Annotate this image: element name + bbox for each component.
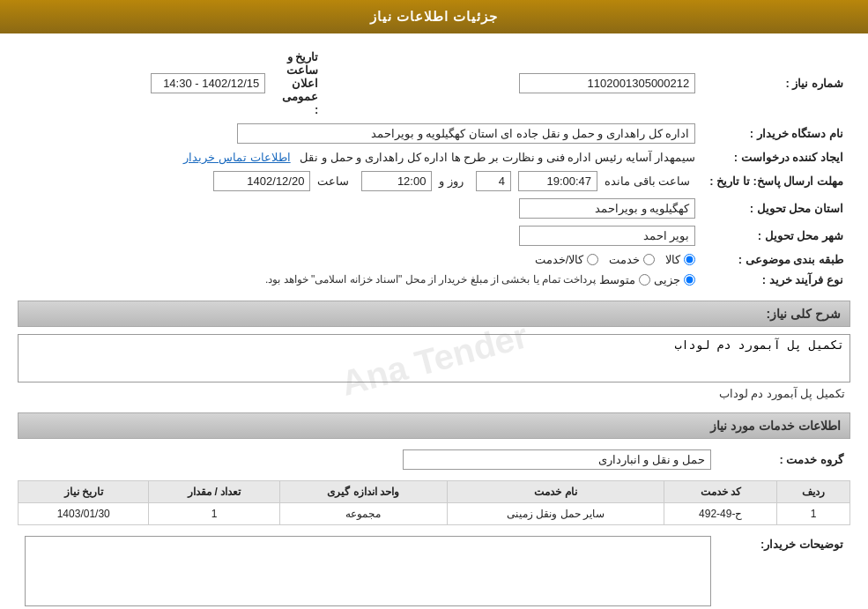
radio-khedmat-item: خدمت: [609, 253, 655, 266]
col-kod: کد خدمت: [664, 481, 777, 503]
tarikh-elan-cell: 1402/12/15 - 14:30: [18, 47, 272, 120]
main-content: شماره نیاز : 1102001305000212 تاریخ و سا…: [0, 33, 868, 609]
ijad-konande-label: ایجاد کننده درخواست :: [702, 147, 850, 167]
tabaqe-label: طبقه بندی موضوعی :: [702, 249, 850, 270]
roz-label: روز و: [439, 175, 464, 188]
page-header: جزئیات اطلاعات نیاز: [0, 0, 868, 33]
tabaqe-cell: کالا/خدمت خدمت کالا: [18, 249, 702, 270]
mande-label: ساعت باقی مانده: [605, 175, 690, 188]
tarikh-elan-label: تاریخ و ساعت اعلان عمومی :: [272, 47, 325, 120]
radio-motavasset-label: متوسط: [599, 273, 635, 286]
col-tarikh: تاریخ نیاز: [19, 481, 149, 503]
radio-jazzi[interactable]: [684, 274, 695, 286]
sharh-section-label: شرح کلی نیاز:: [767, 307, 841, 321]
col-name: نام خدمت: [447, 481, 664, 503]
tarikh-value: 1402/12/20: [213, 171, 310, 191]
gorooh-cell: حمل و نقل و انبارداری: [18, 446, 718, 473]
ostan-cell: کهگیلویه و بویراحمد: [18, 195, 702, 222]
col-vahed: واحد اندازه گیری: [279, 481, 447, 503]
sharh-text: تکمیل پل آبمورد دم لوداب: [719, 387, 845, 400]
ijad-konande-cell: سیمهدار آسایه رئیس اداره فنی و نظارت بر …: [18, 147, 702, 167]
ostan-label: استان محل تحویل :: [702, 195, 850, 222]
nooe-farayand-label: نوع فرآیند خرید :: [702, 270, 850, 290]
page-wrapper: جزئیات اطلاعات نیاز شماره نیاز : 1102001…: [0, 0, 868, 609]
shahr-cell: بویر احمد: [18, 222, 702, 249]
shomara-niaz-value: 1102001305000212: [519, 73, 695, 93]
sharh-section-title: شرح کلی نیاز:: [18, 301, 850, 327]
services-table: ردیف کد خدمت نام خدمت واحد اندازه گیری ت…: [18, 480, 850, 525]
radio-khedmat-label: خدمت: [609, 253, 640, 266]
saat-label: ساعت: [317, 175, 349, 188]
shahr-label: شهر محل تحویل :: [702, 222, 850, 249]
saat-value: 12:00: [361, 171, 432, 191]
mande-value: 19:00:47: [518, 171, 597, 191]
radio-kala-khedmat-item: کالا/خدمت: [535, 253, 599, 266]
radio-kala-label: کالا: [665, 253, 680, 266]
buyer-desc-label: توضیحات خریدار:: [718, 532, 850, 609]
name-dastgah-cell: اداره کل راهداری و حمل و نقل جاده ای است…: [18, 120, 702, 147]
radio-kala-khedmat[interactable]: [587, 254, 598, 265]
shahr-value: بویر احمد: [519, 226, 695, 246]
mohlat-label: مهلت ارسال پاسخ: تا تاریخ :: [702, 167, 850, 195]
nooe-farayand-cell: پرداخت تمام یا بخشی از مبلغ خریدار از مح…: [18, 270, 702, 290]
roz-value: 4: [476, 171, 511, 191]
radio-kala-item: کالا: [665, 253, 695, 266]
radio-khedmat[interactable]: [643, 254, 655, 265]
radio-jazzi-label: جزیی: [654, 273, 680, 286]
ostan-value: کهگیلویه و بویراحمد: [519, 198, 695, 219]
radio-motavasset-item: متوسط: [599, 273, 650, 286]
tarikh-elan-value: 1402/12/15 - 14:30: [151, 73, 265, 93]
buyer-desc-section: توضیحات خریدار:: [18, 532, 850, 609]
buyer-desc-textarea[interactable]: [25, 536, 711, 606]
name-dastgah-value: اداره کل راهداری و حمل و نقل جاده ای است…: [237, 123, 695, 144]
info-section: شماره نیاز : 1102001305000212 تاریخ و سا…: [18, 47, 850, 290]
table-cell-5: 1403/01/30: [19, 503, 149, 525]
table-row: 1ح-49-492سایر حمل ونقل زمینیمجموعه11403/…: [19, 503, 850, 525]
ijad-konande-link[interactable]: اطلاعات تماس خریدار: [183, 151, 290, 164]
col-tedad: تعداد / مقدار: [149, 481, 279, 503]
gorooh-section: گروه خدمت : حمل و نقل و انبارداری: [18, 446, 850, 473]
radio-motavasset[interactable]: [639, 274, 650, 286]
name-dastgah-label: نام دستگاه خریدار :: [702, 120, 850, 147]
table-cell-1: ح-49-492: [664, 503, 777, 525]
shomara-niaz-label: شماره نیاز :: [702, 47, 850, 120]
khadamat-section-title: اطلاعات خدمات مورد نیاز: [18, 412, 850, 439]
table-cell-0: 1: [777, 503, 850, 525]
radio-kala[interactable]: [684, 254, 695, 265]
ijad-konande-value: سیمهدار آسایه رئیس اداره فنی و نظارت بر …: [300, 151, 695, 164]
shomara-niaz-cell: 1102001305000212: [325, 47, 702, 120]
radio-kala-khedmat-label: کالا/خدمت: [535, 253, 584, 266]
sharh-value-display: تکمیل پل آبمورد دم لوداب: [18, 385, 850, 402]
sharh-area: Ana Tender: [18, 334, 850, 385]
mohlat-cell: 1402/12/20 ساعت 12:00 روز و 4 19:00:47 س…: [18, 167, 702, 195]
gorooh-label: گروه خدمت :: [718, 446, 850, 473]
table-cell-4: 1: [149, 503, 279, 525]
buyer-desc-cell: [18, 532, 718, 609]
radio-jazzi-item: جزیی: [654, 273, 695, 286]
gorooh-value: حمل و نقل و انبارداری: [403, 449, 711, 470]
table-cell-2: سایر حمل ونقل زمینی: [447, 503, 664, 525]
col-radif: ردیف: [777, 481, 850, 503]
radio-text: پرداخت تمام یا بخشی از مبلغ خریدار از مح…: [265, 273, 596, 286]
page-title: جزئیات اطلاعات نیاز: [370, 9, 498, 24]
table-cell-3: مجموعه: [279, 503, 447, 525]
khadamat-section-label: اطلاعات خدمات مورد نیاز: [710, 419, 841, 433]
sharh-textarea[interactable]: [18, 334, 850, 382]
